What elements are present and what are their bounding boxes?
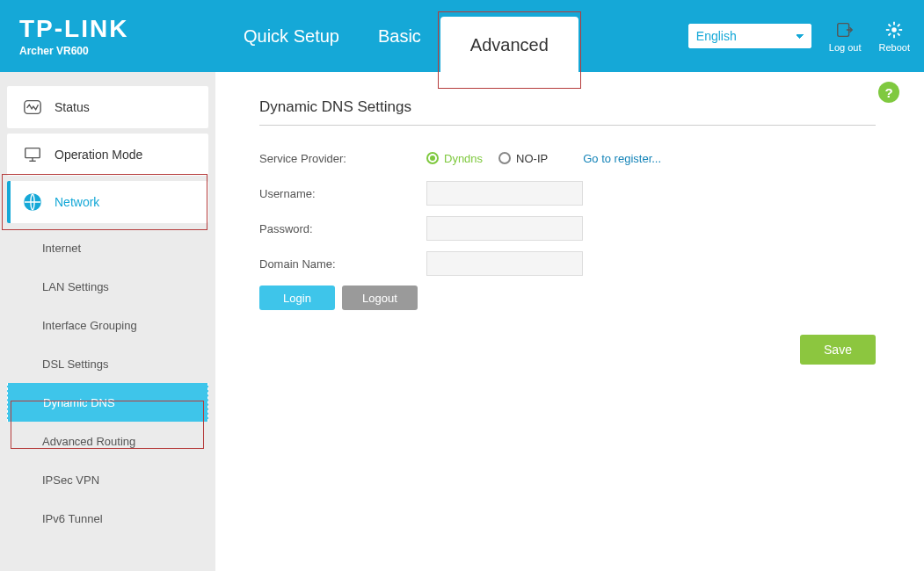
main-layout: Status Operation Mode Network Internet L…	[0, 72, 924, 571]
label-password: Password:	[259, 222, 426, 235]
service-provider-radios: Dyndns NO-IP Go to register...	[426, 152, 661, 165]
sidebar-item-label: Network	[55, 195, 99, 209]
sidebar-item-label: Interface Grouping	[42, 319, 137, 332]
sidebar-sub-internet[interactable]: Internet	[0, 228, 215, 267]
tab-quick-setup[interactable]: Quick Setup	[224, 0, 359, 72]
save-row: Save	[259, 335, 876, 365]
svg-point-1	[892, 27, 898, 33]
header-bar: TP-LINK Archer VR600 Quick Setup Basic A…	[0, 0, 924, 72]
sidebar: Status Operation Mode Network Internet L…	[0, 72, 215, 571]
sidebar-sub-advanced-routing[interactable]: Advanced Routing	[0, 422, 215, 460]
header-right-controls: English Log out Reboot	[688, 0, 910, 72]
sidebar-network-submenu: Internet LAN Settings Interface Grouping…	[0, 228, 215, 538]
page-title: Dynamic DNS Settings	[259, 98, 876, 116]
sidebar-item-label: Dynamic DNS	[43, 396, 115, 409]
divider	[259, 125, 876, 126]
sidebar-item-label: Operation Mode	[55, 148, 142, 162]
svg-line-9	[898, 24, 900, 26]
logout-form-button[interactable]: Logout	[342, 286, 418, 310]
sidebar-item-operation-mode[interactable]: Operation Mode	[7, 134, 208, 176]
radio-dyndns[interactable]: Dyndns	[426, 152, 483, 165]
reboot-button[interactable]: Reboot	[879, 20, 910, 53]
svg-rect-11	[25, 148, 40, 158]
label-service-provider: Service Provider:	[259, 152, 426, 165]
monitor-icon	[23, 145, 42, 164]
radio-circle-icon	[426, 152, 439, 164]
model-label: Archer VR600	[19, 45, 89, 57]
sidebar-sub-lan[interactable]: LAN Settings	[0, 267, 215, 306]
radio-label: Dyndns	[444, 152, 483, 165]
sidebar-sub-dynamic-dns[interactable]: Dynamic DNS	[7, 383, 208, 422]
svg-line-8	[889, 33, 891, 35]
radio-noip[interactable]: NO-IP	[498, 152, 548, 165]
sidebar-sub-interface-grouping[interactable]: Interface Grouping	[0, 306, 215, 344]
row-username: Username:	[259, 180, 876, 206]
reboot-label: Reboot	[879, 42, 910, 53]
sidebar-item-network[interactable]: Network	[7, 181, 208, 223]
logout-button[interactable]: Log out	[829, 20, 862, 53]
save-button[interactable]: Save	[800, 335, 876, 365]
logo-box: TP-LINK Archer VR600	[0, 0, 224, 72]
logout-label: Log out	[829, 42, 862, 53]
reboot-icon	[884, 20, 904, 40]
logout-icon	[835, 20, 855, 40]
sidebar-item-label: IPv6 Tunnel	[42, 512, 103, 525]
login-button[interactable]: Login	[259, 286, 335, 310]
row-password: Password:	[259, 215, 876, 242]
language-select[interactable]: English	[688, 24, 811, 48]
radio-circle-icon	[498, 152, 511, 164]
login-logout-row: Login Logout	[259, 286, 876, 310]
sidebar-item-status[interactable]: Status	[7, 86, 208, 128]
radio-label: NO-IP	[516, 152, 548, 165]
status-icon	[23, 98, 42, 117]
tab-advanced[interactable]: Advanced	[440, 17, 578, 73]
brand-logo: TP-LINK	[19, 15, 128, 43]
domain-input[interactable]	[426, 251, 583, 276]
sidebar-item-label: DSL Settings	[42, 358, 108, 371]
username-input[interactable]	[426, 181, 583, 206]
svg-line-6	[889, 24, 891, 26]
help-icon: ?	[884, 85, 892, 100]
tab-basic[interactable]: Basic	[359, 0, 440, 72]
row-service-provider: Service Provider: Dyndns NO-IP Go to reg…	[259, 145, 876, 171]
top-nav: Quick Setup Basic Advanced	[224, 0, 578, 72]
password-input[interactable]	[426, 216, 583, 241]
svg-line-7	[898, 33, 900, 35]
register-link[interactable]: Go to register...	[583, 152, 661, 165]
row-domain: Domain Name:	[259, 250, 876, 277]
help-button[interactable]: ?	[878, 82, 899, 103]
label-domain: Domain Name:	[259, 257, 426, 271]
sidebar-item-label: Internet	[42, 242, 81, 255]
sidebar-item-label: IPSec VPN	[42, 473, 99, 487]
sidebar-sub-ipsec-vpn[interactable]: IPSec VPN	[0, 460, 215, 499]
sidebar-sub-dsl[interactable]: DSL Settings	[0, 344, 215, 383]
sidebar-item-label: Advanced Routing	[42, 435, 135, 448]
content-panel: ? Dynamic DNS Settings Service Provider:…	[215, 72, 924, 571]
sidebar-sub-ipv6-tunnel[interactable]: IPv6 Tunnel	[0, 499, 215, 538]
label-username: Username:	[259, 187, 426, 200]
sidebar-item-label: LAN Settings	[42, 280, 109, 293]
globe-icon	[23, 192, 42, 212]
sidebar-item-label: Status	[55, 100, 90, 114]
